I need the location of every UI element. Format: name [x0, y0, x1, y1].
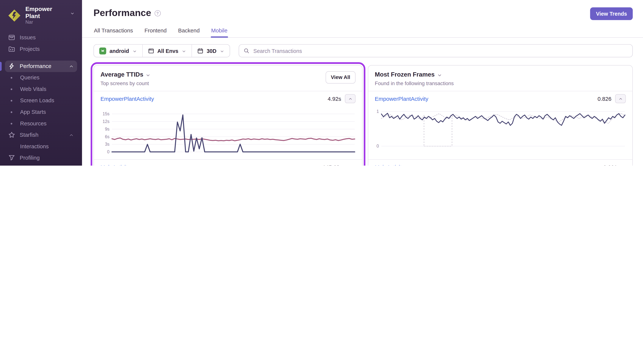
sidebar-item-label: Projects [20, 46, 74, 52]
chevron-down-icon [220, 48, 224, 53]
chevron-down-icon [132, 48, 137, 53]
most-frozen-frames-chart: 10 [372, 107, 626, 157]
sidebar-nav: IssuesProjectsPerformanceQueriesWeb Vita… [5, 32, 77, 166]
transaction-value: 4.92s [328, 96, 341, 102]
svg-text:0: 0 [107, 150, 110, 154]
calendar-icon [197, 48, 203, 54]
project-filter[interactable]: android [94, 45, 142, 57]
sidebar-item-metrics[interactable]: Metricsbeta [5, 164, 77, 166]
transaction-link[interactable]: EmpowerPlantActivity [375, 96, 428, 102]
sidebar-item-issues[interactable]: Issues [5, 32, 77, 43]
svg-text:9s: 9s [105, 127, 110, 132]
chevron-down-icon [182, 49, 186, 54]
search-input[interactable] [252, 47, 628, 54]
tab-all-transactions[interactable]: All Transactions [93, 25, 133, 37]
chevron-up-icon [69, 132, 74, 137]
chevron-down-icon [437, 73, 442, 78]
date-range-filter[interactable]: 30D [191, 45, 230, 57]
sidebar-item-profiling[interactable]: Profiling [5, 152, 77, 164]
chevron-down-icon [182, 48, 186, 53]
tab-mobile[interactable]: Mobile [211, 25, 228, 37]
widget-title[interactable]: Most Frozen Frames [375, 71, 626, 78]
sidebar-item-label: Starfish [20, 132, 69, 138]
view-trends-button[interactable]: View Trends [590, 8, 633, 20]
transaction-value: 145.68ms [323, 164, 347, 166]
chevron-up-icon [69, 132, 74, 137]
tabs: All TransactionsFrontendBackendMobile [82, 25, 643, 38]
sidebar-item-web-vitals[interactable]: Web Vitals [5, 83, 77, 95]
tab-backend[interactable]: Backend [178, 25, 200, 37]
transaction-link[interactable]: MainActivity [375, 164, 404, 166]
collapse-row-button[interactable] [615, 94, 626, 103]
sidebar-item-label: Screen Loads [20, 98, 74, 104]
window-icon [148, 48, 154, 54]
sidebar-item-label: App Starts [20, 109, 74, 115]
chevron-down-icon [132, 49, 137, 54]
issues-icon [8, 34, 15, 41]
transaction-link[interactable]: EmpowerPlantActivity [101, 96, 154, 102]
sidebar-item-starfish[interactable]: Starfish [5, 129, 77, 141]
chevron-up-icon [69, 64, 74, 68]
transaction-value: 0.826 [597, 96, 611, 102]
android-project-icon [99, 47, 106, 54]
org-switcher[interactable]: Empower Plant Nar [5, 5, 77, 29]
chevron-up-icon [618, 96, 623, 101]
sidebar-item-label: Profiling [20, 155, 74, 161]
sidebar-item-queries[interactable]: Queries [5, 72, 77, 84]
widget-subtitle: Top screens by count [101, 81, 356, 86]
average-ttids-widget: Average TTIDs Top screens by count View … [93, 65, 363, 166]
chevron-down-icon [146, 73, 151, 78]
svg-text:12s: 12s [103, 119, 110, 124]
sidebar-item-projects[interactable]: Projects [5, 43, 77, 55]
window-icon [148, 48, 154, 54]
average-ttids-chart: 15s12s9s6s3s0 [98, 107, 356, 157]
svg-text:6s: 6s [105, 134, 110, 139]
most-frozen-frames-widget: Most Frozen Frames Found in the followin… [368, 65, 633, 166]
search-icon [243, 48, 249, 54]
org-subtitle: Nar [25, 20, 75, 25]
page-filter-bar: android All Envs 30D [93, 44, 230, 57]
chevron-down-icon [70, 10, 75, 15]
chevron-down-icon [146, 72, 151, 77]
environment-filter[interactable]: All Envs [142, 45, 191, 57]
profiling-icon [8, 154, 15, 161]
transaction-value: 0.001 [603, 164, 617, 166]
app-root: Empower Plant Nar IssuesProjectsPerforma… [0, 0, 643, 166]
page-title: Performance ? [93, 8, 161, 18]
help-icon[interactable]: ? [154, 10, 161, 16]
sidebar-item-label: Issues [20, 34, 74, 40]
chevron-up-icon [348, 96, 353, 101]
svg-text:3s: 3s [105, 142, 110, 146]
sidebar-item-label: Resources [20, 120, 74, 126]
widget-subtitle: Found in the following transactions [375, 81, 626, 86]
sidebar-item-performance[interactable]: Performance [5, 60, 77, 72]
chevron-down-icon [70, 10, 75, 17]
sidebar-item-interactions[interactable]: Interactions [5, 141, 77, 152]
performance-icon [8, 62, 15, 70]
sidebar-item-label: Performance [20, 63, 69, 69]
svg-text:15s: 15s [103, 112, 110, 116]
sidebar-item-app-starts[interactable]: App Starts [5, 106, 77, 118]
sidebar-item-resources[interactable]: Resources [5, 118, 77, 129]
tab-frontend[interactable]: Frontend [144, 25, 167, 37]
view-all-button[interactable]: View All [326, 71, 356, 84]
chevron-down-icon [621, 165, 626, 166]
expand-row-button[interactable] [351, 165, 356, 166]
expand-row-button[interactable] [621, 165, 626, 166]
search-icon [243, 48, 249, 54]
star-icon [8, 132, 15, 138]
main-content: Performance ? View Trends All Transactio… [82, 0, 643, 166]
sidebar-item-label: Queries [20, 74, 74, 81]
svg-text:1: 1 [377, 109, 379, 114]
search-bar [238, 44, 633, 57]
sidebar-item-label: Web Vitals [20, 86, 74, 92]
sidebar-item-screen-loads[interactable]: Screen Loads [5, 95, 77, 106]
widget-title[interactable]: Average TTIDs [101, 71, 356, 78]
org-logo [8, 8, 22, 22]
sidebar: Empower Plant Nar IssuesProjectsPerforma… [0, 0, 82, 166]
chevron-up-icon [69, 64, 74, 68]
transaction-link[interactable]: MainActivity [101, 164, 130, 166]
collapse-row-button[interactable] [345, 94, 356, 103]
sidebar-item-label: Interactions [20, 143, 74, 150]
projects-icon [8, 46, 15, 52]
